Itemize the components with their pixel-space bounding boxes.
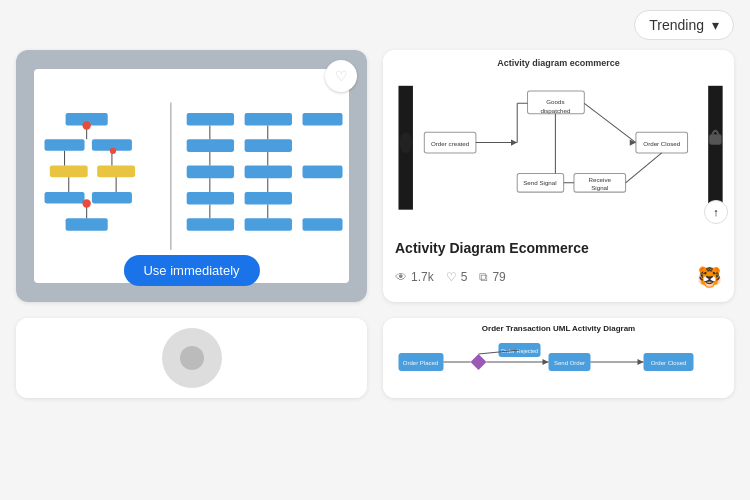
card-placeholder-3 [16, 318, 367, 398]
card-3-thumbnail-partial[interactable] [16, 318, 367, 398]
svg-text:Order Closed: Order Closed [643, 140, 680, 147]
heart-button-1[interactable]: ♡ [325, 60, 357, 92]
likes-stat-2: ♡ 5 [446, 270, 468, 284]
use-immediately-button[interactable]: Use immediately [123, 255, 259, 286]
scroll-up-button-2[interactable]: ↑ [704, 200, 728, 224]
svg-text:Send Order: Send Order [554, 360, 585, 366]
copies-count-2: 79 [492, 270, 505, 284]
svg-text:dispatched: dispatched [540, 107, 570, 114]
chevron-down-icon: ▾ [712, 17, 719, 33]
svg-rect-21 [302, 218, 342, 231]
svg-marker-79 [638, 359, 644, 365]
copies-stat-2: ⧉ 79 [479, 270, 505, 284]
svg-rect-12 [186, 139, 233, 152]
activity-diagram-svg [34, 69, 350, 283]
trending-label: Trending [649, 17, 704, 33]
avatar-2: 🐯 [696, 264, 722, 290]
card-activity-diagram: ♡ Use immediately Activity Diagram 👁 276… [16, 50, 367, 302]
eye-icon-2: 👁 [395, 270, 407, 284]
svg-rect-2 [44, 139, 84, 151]
svg-marker-62 [511, 139, 517, 145]
likes-count-2: 5 [461, 270, 468, 284]
placeholder-icon [177, 343, 207, 373]
svg-rect-7 [91, 192, 131, 204]
uml-diagram-title: Order Transaction UML Activity Diagram [482, 324, 635, 333]
svg-point-64 [180, 346, 204, 370]
copy-icon-2: ⧉ [479, 270, 488, 284]
card-2-stats: 👁 1.7k ♡ 5 ⧉ 79 🐯 [395, 264, 722, 290]
svg-rect-20 [244, 218, 291, 231]
svg-line-61 [626, 153, 662, 183]
svg-text:Order created: Order created [431, 140, 470, 147]
svg-marker-67 [471, 354, 487, 370]
card-4-thumbnail-partial[interactable]: Order Transaction UML Activity Diagram O… [383, 318, 734, 398]
diagram-inner-1 [34, 69, 350, 283]
svg-rect-5 [97, 165, 135, 177]
svg-rect-13 [244, 139, 291, 152]
svg-point-41 [400, 132, 412, 153]
svg-point-28 [82, 121, 90, 129]
heart-icon-1: ♡ [335, 68, 348, 84]
svg-rect-11 [302, 113, 342, 126]
card-2-title: Activity Diagram Ecommerce [395, 240, 722, 256]
svg-rect-17 [186, 192, 233, 205]
cards-grid: ♡ Use immediately Activity Diagram 👁 276… [0, 50, 750, 414]
svg-rect-15 [244, 165, 291, 178]
use-immediately-label: Use immediately [143, 263, 239, 278]
svg-point-30 [109, 148, 115, 154]
heart-stat-icon-2: ♡ [446, 270, 457, 284]
card-2-info: Activity Diagram Ecommerce 👁 1.7k ♡ 5 ⧉ … [383, 230, 734, 302]
top-bar: Trending ▾ [0, 0, 750, 50]
svg-rect-8 [65, 218, 107, 231]
ecommerce-diagram-svg: Order created Goods dispatched Order Clo… [383, 50, 734, 230]
svg-rect-18 [244, 192, 291, 205]
views-stat-2: 👁 1.7k [395, 270, 434, 284]
views-count-2: 1.7k [411, 270, 434, 284]
svg-rect-10 [244, 113, 291, 126]
svg-rect-19 [186, 218, 233, 231]
svg-marker-78 [543, 359, 549, 365]
avatar-emoji-2: 🐯 [697, 265, 722, 289]
svg-rect-14 [186, 165, 233, 178]
svg-rect-9 [186, 113, 233, 126]
svg-point-29 [82, 199, 90, 207]
card-1-thumbnail[interactable]: ♡ Use immediately [16, 50, 367, 302]
svg-text:Order Closed: Order Closed [651, 360, 687, 366]
placeholder-circle [162, 328, 222, 388]
svg-rect-40 [708, 86, 722, 210]
card-order-transaction-uml: Order Transaction UML Activity Diagram O… [383, 318, 734, 398]
svg-text:Goods: Goods [546, 98, 564, 105]
svg-text:Send Signal: Send Signal [523, 179, 556, 186]
card-activity-ecommerce: Activity diagram ecommerce Order created… [383, 50, 734, 302]
svg-rect-42 [709, 134, 721, 144]
svg-rect-16 [302, 165, 342, 178]
trending-dropdown[interactable]: Trending ▾ [634, 10, 734, 40]
svg-line-58 [584, 103, 636, 142]
card-2-thumbnail[interactable]: Activity diagram ecommerce Order created… [383, 50, 734, 230]
svg-text:Order Placed: Order Placed [403, 360, 438, 366]
svg-rect-4 [49, 165, 87, 177]
svg-text:Signal: Signal [591, 184, 608, 191]
ecom-diagram-title: Activity diagram ecommerce [497, 58, 620, 68]
svg-rect-6 [44, 192, 84, 204]
svg-text:Receive: Receive [589, 176, 612, 183]
